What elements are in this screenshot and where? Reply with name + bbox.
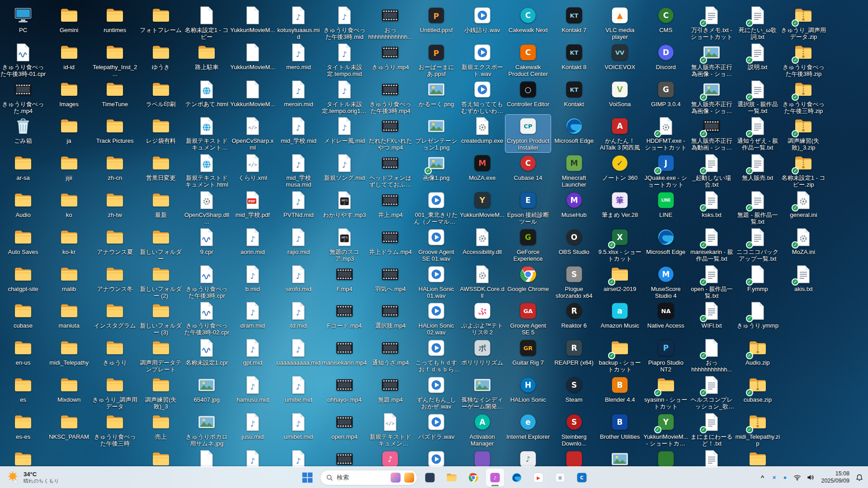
desktop-icon[interactable]: OpenCvSharp.dll... xyxy=(184,189,229,226)
desktop-icon[interactable]: Microsoft Edge xyxy=(552,115,597,149)
desktop-icon[interactable]: インスタグラム xyxy=(92,300,137,334)
desktop-icon[interactable]: PC xyxy=(0,4,46,38)
desktop-icon[interactable]: 新しいフォルダー xyxy=(138,226,184,263)
desktop-icon[interactable]: 通知うざ.mp4 xyxy=(368,337,413,371)
desktop-icon[interactable]: 井上ドラム.mp4 xyxy=(368,226,413,260)
desktop-icon[interactable]: ごみ箱 xyxy=(0,115,46,149)
desktop-icon[interactable]: ♪タイトル未設定.tempo.mid xyxy=(322,41,367,79)
desktop-icon[interactable]: AWSSDK.Core.dll xyxy=(460,263,505,300)
desktop-icon[interactable]: SSteinberg Downlo... xyxy=(552,411,597,448)
desktop-icon[interactable]: 調声用データテンプレート xyxy=(138,337,184,374)
desktop-icon[interactable]: RREAPER (x64) xyxy=(552,337,597,371)
desktop-icon[interactable]: ♪jusu.mid xyxy=(230,411,275,445)
desktop-icon[interactable]: SPlogue sforzando x64 xyxy=(552,263,597,300)
desktop-icon[interactable]: ✓無人販売不正行為動画 - ショートカット xyxy=(689,115,734,152)
search-trend-icon[interactable] xyxy=(391,473,401,483)
desktop-icon[interactable]: MMinecraft Launcher xyxy=(552,152,597,189)
desktop-icon[interactable]: ♪uaaaaaaaaa.mid xyxy=(276,337,321,371)
desktop-icon[interactable]: ✓syasinn - ショートカット xyxy=(643,374,689,411)
desktop-icon[interactable]: 井上.mp4 xyxy=(368,189,413,223)
desktop-icon[interactable]: ✓manisekarin - 親作品一覧.txt xyxy=(689,226,734,263)
desktop-icon[interactable]: KTKontakt 7 xyxy=(552,4,597,38)
desktop-icon[interactable]: ja xyxy=(47,115,92,149)
desktop-icon[interactable]: ✓きゅうり.ymmp xyxy=(735,300,780,334)
desktop-icon[interactable]: きゅうりポカロ用サムネ.jpg xyxy=(184,411,229,448)
desktop-icon[interactable]: ✓きゅうり食べった午後3時.zip xyxy=(781,41,826,79)
desktop-icon[interactable]: ♪メドレー風.mid xyxy=(322,115,367,149)
desktop-icon[interactable]: アナウンス冬 xyxy=(92,263,137,297)
desktop-icon[interactable]: ずんだもん_しおかぜ.wav xyxy=(414,374,459,411)
desktop-icon[interactable]: ♪sirofo.mid xyxy=(276,263,321,297)
desktop-icon[interactable]: 羽気へ.mp4 xyxy=(368,263,413,297)
desktop-icon[interactable]: ✓調声練習(失敗)_3.zip xyxy=(781,115,826,152)
desktop-icon[interactable]: レジ袋有料 xyxy=(138,115,184,149)
desktop-icon[interactable]: プレゼンテーション1.png xyxy=(414,115,459,152)
desktop-icon[interactable]: 筆筆まめ Ver.28 xyxy=(597,189,642,223)
desktop-icon[interactable]: ✓midi_Telepathy.zip xyxy=(735,411,780,448)
desktop-icon[interactable]: 新規テキストドキュメント (2).html xyxy=(184,115,229,152)
desktop-icon[interactable]: ♪rajio.mid xyxy=(276,226,321,260)
desktop-icon[interactable]: ✓無人販売不正行為画像 - ショートカット xyxy=(689,78,734,116)
desktop-icon[interactable]: maniuta xyxy=(47,300,92,334)
desktop-icon[interactable]: EEpson 接続診断ツール xyxy=(505,189,551,226)
desktop-icon[interactable]: きゅうり食べった.mp4 xyxy=(0,78,46,116)
desktop-icon[interactable]: PPiapro Studio NT2 xyxy=(643,337,689,374)
desktop-icon[interactable]: CPCrypton Product Installer xyxy=(505,115,551,152)
desktop-icon[interactable]: OOBS Studio xyxy=(552,226,597,260)
desktop-icon[interactable]: MMuseHub xyxy=(552,189,597,223)
desktop-icon[interactable]: VVVOICEVOX xyxy=(597,41,642,75)
desktop-icon[interactable]: MP3♪わかりやす.mp3 xyxy=(322,189,367,223)
tray-x-icon[interactable]: × xyxy=(769,474,779,481)
desktop-icon[interactable]: manisekarin.mp4 xyxy=(322,337,367,371)
desktop-icon[interactable]: きゅうり xyxy=(92,337,137,371)
desktop-icon[interactable]: GGIMP 3.0.4 xyxy=(643,78,689,113)
desktop-icon[interactable]: 名称未設定1 - コピー xyxy=(184,4,229,42)
desktop-icon[interactable]: 無題.mp4 xyxy=(368,374,413,408)
desktop-icon[interactable]: AActivation Manager xyxy=(460,411,505,448)
desktop-icon[interactable]: ✓cubase.zip xyxy=(735,374,780,408)
desktop-icon[interactable]: chatgpt-site xyxy=(0,263,46,297)
desktop-icon[interactable]: Images xyxy=(47,78,92,113)
desktop-icon[interactable]: cubase xyxy=(0,300,46,334)
desktop-icon[interactable]: </>OpenCvSharp.xml xyxy=(230,115,275,152)
desktop-icon[interactable]: ♪新規ソング.mid xyxy=(322,152,367,186)
desktop-icon[interactable]: Accessibility.dll xyxy=(460,226,505,260)
desktop-icon[interactable]: NKSC_PARAM xyxy=(47,411,92,445)
desktop-icon[interactable]: ko-kr xyxy=(47,226,92,260)
desktop-icon[interactable]: 営業日変更 xyxy=(138,152,184,186)
desktop-icon[interactable]: かるーく.png xyxy=(414,78,459,113)
desktop-icon[interactable]: F.mp4 xyxy=(322,263,367,297)
desktop-icon[interactable]: YukkuriMovieM... xyxy=(230,41,275,75)
desktop-icon[interactable]: ✓おっhhhhhhhhhhh... xyxy=(689,337,734,374)
desktop-icon[interactable]: ✓general.ini xyxy=(781,189,826,223)
desktop-icon[interactable]: きゅうり食べった午後3時.mp4 xyxy=(368,78,413,116)
desktop-icon[interactable]: Groove Agent SE 01.wav xyxy=(414,226,459,263)
google-chrome[interactable] xyxy=(464,469,482,487)
desktop-icon[interactable]: VVoiSona xyxy=(597,78,642,113)
desktop-icon[interactable]: ko xyxy=(47,189,92,223)
desktop-icon[interactable]: Microsoft Edge xyxy=(643,226,689,260)
desktop-icon[interactable]: ♪PVTNd.mid xyxy=(276,189,321,223)
desktop-icon[interactable]: Track Pictures xyxy=(92,115,137,149)
desktop-icon[interactable]: ar-sa xyxy=(0,152,46,186)
desktop-icon[interactable]: ✓無人販売不正行為画像 - ショートカッ... xyxy=(689,41,734,79)
desktop-icon[interactable]: 65407.jpg xyxy=(184,374,229,408)
clock[interactable]: 15:08 2025/09/09 xyxy=(821,470,849,484)
desktop-icon[interactable]: CCakewalk Next xyxy=(505,4,551,38)
desktop-icon[interactable]: ♪hamusu.mid xyxy=(230,374,275,408)
desktop-icon[interactable]: 名称未設定1.cpr xyxy=(184,337,229,371)
desktop-icon[interactable]: </>くらり.xml xyxy=(230,152,275,186)
desktop-icon[interactable]: 9.cpr xyxy=(184,226,229,260)
desktop-icon[interactable]: ♪タイトル未設定.tempo.orig1.mid xyxy=(322,78,367,116)
desktop-icon[interactable]: 001_東北きりたん（ノーマル）_今じゃ... xyxy=(414,189,459,226)
desktop-icon[interactable]: ♪gpt.mid xyxy=(230,337,275,371)
desktop-icon[interactable]: ○Controller Editor xyxy=(505,78,551,113)
desktop-icon[interactable]: 路上駐車 xyxy=(184,41,229,75)
desktop-icon[interactable]: ✓ヘルスコンプレッション_歌詞.txt xyxy=(689,374,734,411)
music-app[interactable]: ♪ xyxy=(486,469,504,487)
desktop-icon[interactable]: X✓9.5.xlsx - ショートカット xyxy=(597,226,642,263)
file-explorer[interactable] xyxy=(443,469,461,487)
desktop-icon[interactable]: ✓open - 親作品一覧.txt xyxy=(689,263,734,300)
desktop-icon[interactable]: ♪kotusytuaaus.mid xyxy=(276,4,321,42)
desktop-icon[interactable]: HALion Sonic 02.wav xyxy=(414,300,459,337)
